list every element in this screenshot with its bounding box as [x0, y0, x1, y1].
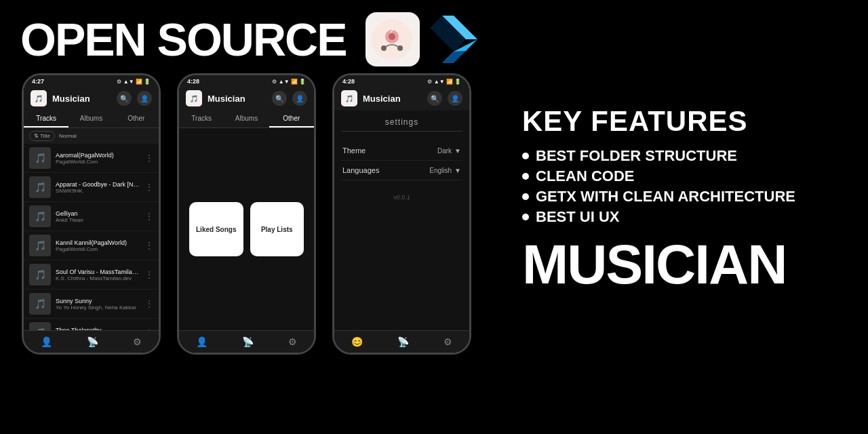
feature-item-1: BEST FOLDER STRUCTURE — [522, 147, 848, 165]
phone2-nav-person[interactable]: 👤 — [196, 336, 208, 347]
phone3-wrapper: 4:28 ⚙ ▲▼ 📶 🔋 🎵 Musician 🔍 👤 settings Th… — [324, 73, 479, 355]
phone1-nav-wifi[interactable]: 📡 — [87, 336, 98, 347]
phone1-tab-albums[interactable]: Albums — [68, 111, 113, 127]
track-info-2: Apparat - Goodbye - Dark [Netfli... SNWK… — [56, 181, 140, 194]
phone1-account-icon[interactable]: 👤 — [137, 91, 152, 106]
track-name-2: Apparat - Goodbye - Dark [Netfli... — [56, 181, 140, 188]
phone3-time: 4:28 — [342, 78, 355, 85]
phone3-account-icon[interactable]: 👤 — [448, 91, 462, 106]
phone1-nav-person[interactable]: 👤 — [41, 336, 52, 347]
track-thumb-2: 🎵 — [29, 176, 51, 198]
track-info-1: Aaromal(PagalWorld) PagalWorldl.Com — [56, 152, 140, 165]
key-features-title: KEY FEATURES — [522, 105, 848, 138]
phone2-search-icon[interactable]: 🔍 — [272, 91, 287, 106]
phone3-status-icons: ⚙ ▲▼ 📶 🔋 — [427, 79, 461, 85]
phone3-bottom-nav: 😊 📡 ⚙ — [334, 330, 469, 353]
track-name-3: Gelliyan — [56, 210, 140, 217]
phone3-theme-dropdown-icon: ▼ — [454, 147, 461, 155]
phone1-time: 4:27 — [32, 78, 44, 85]
phone2-tabs: Tracks Albums Other — [179, 111, 314, 128]
phone2-tab-other[interactable]: Other — [269, 111, 314, 127]
phone2-tab-albums[interactable]: Albums — [224, 111, 269, 127]
phone1-nav-settings[interactable]: ⚙ — [133, 336, 142, 347]
phone2-other-content: Liked Songs Play Lists — [179, 128, 314, 330]
track-thumb-3: 🎵 — [29, 205, 51, 227]
svg-text:♪: ♪ — [390, 24, 395, 35]
track-item-3[interactable]: 🎵 Gelliyan Ankit Tiwari ⋮ — [24, 202, 159, 231]
svg-point-4 — [397, 45, 403, 51]
phone3-languages-row: Languages English ▼ — [341, 161, 462, 180]
phone3-languages-label: Languages — [342, 166, 379, 174]
track-thumb-1: 🎵 — [29, 147, 51, 169]
phone3-languages-dropdown-icon: ▼ — [454, 167, 461, 174]
phone1-tab-tracks[interactable]: Tracks — [24, 111, 68, 127]
track-menu-3[interactable]: ⋮ — [145, 212, 153, 221]
phone2-account-icon[interactable]: 👤 — [292, 91, 307, 106]
track-item-1[interactable]: 🎵 Aaromal(PagalWorld) PagalWorldl.Com ⋮ — [24, 144, 159, 173]
phone2-play-lists[interactable]: Play Lists — [250, 202, 304, 256]
svg-marker-9 — [442, 51, 466, 63]
phone2-playlist-cards: Liked Songs Play Lists — [189, 202, 304, 256]
track-info-5: Soul Of Varisu - MassTamilan.dev K.S. Ch… — [56, 269, 140, 281]
track-item-6[interactable]: 🎵 Sunny Sunny Yo Yo Honey Singh, Neha Ka… — [24, 290, 159, 319]
phone3-languages-val: English — [429, 167, 452, 174]
track-menu-1[interactable]: ⋮ — [145, 153, 153, 163]
phone3-theme-val: Dark — [437, 147, 452, 155]
phone3-nav-wifi[interactable]: 📡 — [397, 336, 409, 347]
phone3-search-icon[interactable]: 🔍 — [427, 91, 442, 106]
phone1-search-icon[interactable]: 🔍 — [117, 91, 132, 106]
phone2-tab-tracks[interactable]: Tracks — [179, 111, 224, 127]
phone3-languages-value[interactable]: English ▼ — [429, 167, 461, 174]
track-info-6: Sunny Sunny Yo Yo Honey Singh, Neha Kakk… — [56, 298, 140, 311]
musician-title: MUSICIAN — [522, 239, 848, 290]
track-name-5: Soul Of Varisu - MassTamilan.dev — [56, 269, 140, 275]
track-menu-6[interactable]: ⋮ — [145, 299, 153, 309]
track-info-4: Kannil Kannil(PagalWorld) PagalWorldl.Co… — [56, 239, 140, 252]
track-item-2[interactable]: 🎵 Apparat - Goodbye - Dark [Netfli... SN… — [24, 173, 159, 202]
phone2-nav-wifi[interactable]: 📡 — [242, 336, 254, 347]
phone3-settings-title: settings — [341, 117, 462, 132]
header: OPEN SOURCE ♪ — [0, 0, 868, 73]
track-item-4[interactable]: 🎵 Kannil Kannil(PagalWorld) PagalWorldl.… — [24, 231, 159, 260]
track-artist-6: Yo Yo Honey Singh, Neha Kakkar — [56, 304, 140, 311]
phone3-appbar-icons: 🔍 👤 — [427, 91, 462, 106]
feature-label-1: BEST FOLDER STRUCTURE — [536, 147, 737, 165]
phone2-nav-settings[interactable]: ⚙ — [288, 336, 297, 347]
phone2-wrapper: 4:28 ⚙ ▲▼ 📶 🔋 🎵 Musician 🔍 👤 Tracks Albu… — [169, 73, 324, 355]
feature-label-2: CLEAN CODE — [536, 167, 634, 185]
phone2-status-bar: 4:28 ⚙ ▲▼ 📶 🔋 — [179, 75, 314, 86]
track-menu-2[interactable]: ⋮ — [145, 182, 153, 192]
app-icon: ♪ — [366, 12, 420, 66]
track-artist-2: SNWK9HK. — [56, 188, 140, 194]
track-thumb-6: 🎵 — [29, 293, 51, 315]
phone3-nav-smiley[interactable]: 😊 — [351, 336, 363, 347]
track-menu-5[interactable]: ⋮ — [145, 270, 153, 279]
track-name-4: Kannil Kannil(PagalWorld) — [56, 239, 140, 246]
track-item-7[interactable]: 🎵 Thee Thalapathy - ... Silambarasan TR … — [24, 319, 159, 330]
phone2-bottom-nav: 👤 📡 ⚙ — [179, 330, 314, 353]
phone2-appbar: 🎵 Musician 🔍 👤 — [179, 86, 314, 111]
track-name-1: Aaromal(PagalWorld) — [56, 152, 140, 159]
phone1-filter-btn[interactable]: ⇅ Title — [29, 131, 55, 141]
phone3-status-bar: 4:28 ⚙ ▲▼ 📶 🔋 — [334, 75, 469, 86]
bullet-1 — [522, 153, 529, 159]
phone1-track-list: 🎵 Aaromal(PagalWorld) PagalWorldl.Com ⋮ … — [24, 144, 159, 330]
track-menu-4[interactable]: ⋮ — [145, 241, 153, 250]
phone3-nav-settings[interactable]: ⚙ — [443, 336, 452, 347]
phone1-appbar-icons: 🔍 👤 — [117, 91, 152, 106]
feature-item-2: CLEAN CODE — [522, 167, 848, 185]
phone1-wrapper: 4:27 ⚙ ▲▼ 📶 🔋 🎵 Musician 🔍 👤 Tracks Albu… — [14, 73, 169, 355]
phone1-filter-normal: Normal — [59, 133, 77, 139]
phone2-liked-songs[interactable]: Liked Songs — [189, 202, 243, 256]
phone3: 4:28 ⚙ ▲▼ 📶 🔋 🎵 Musician 🔍 👤 settings Th… — [332, 73, 471, 355]
phone1-tab-other[interactable]: Other — [114, 111, 159, 127]
track-item-5[interactable]: 🎵 Soul Of Varisu - MassTamilan.dev K.S. … — [24, 260, 159, 290]
bullet-4 — [522, 214, 529, 220]
track-thumb-4: 🎵 — [29, 235, 51, 256]
feature-label-3: GETX WITH CLEAN ARCHITECTURE — [536, 188, 795, 205]
bullet-2 — [522, 173, 529, 180]
phone2-appbar-icons: 🔍 👤 — [272, 91, 307, 106]
phone1-bottom-nav: 👤 📡 ⚙ — [24, 330, 159, 353]
header-icons: ♪ — [366, 12, 481, 66]
phone3-theme-value[interactable]: Dark ▼ — [437, 147, 461, 155]
